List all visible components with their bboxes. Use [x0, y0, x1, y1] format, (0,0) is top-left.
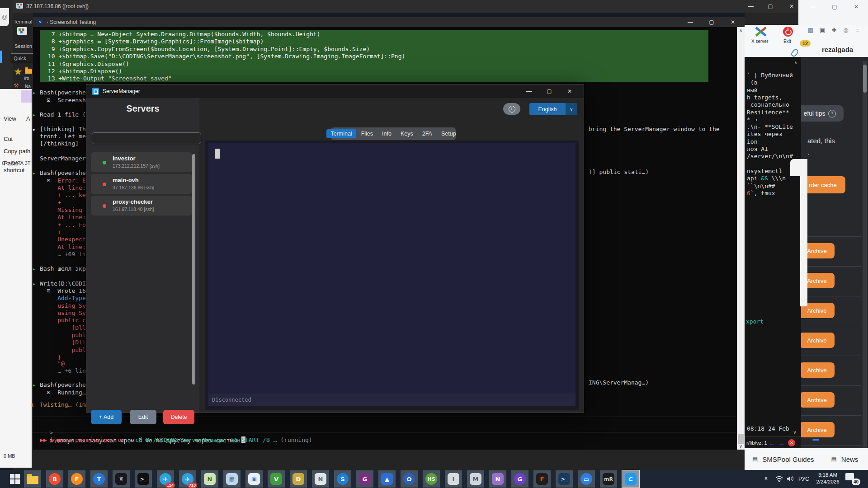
tab-keys[interactable]: Keys — [396, 129, 417, 138]
add-server-button[interactable]: + Add — [91, 410, 122, 424]
shield-icon[interactable]: ◎ — [841, 26, 851, 34]
monitor-stats-icon[interactable]: M — [467, 470, 484, 488]
remote-desktop-icon[interactable]: ▭ — [578, 470, 595, 488]
minimize-icon[interactable]: — — [745, 2, 757, 11]
account-name[interactable]: rezalgada — [822, 46, 853, 53]
tab-view[interactable]: View — [4, 115, 16, 122]
sidebar-scrollbar-thumb[interactable] — [192, 154, 195, 385]
speaker-icon[interactable] — [787, 475, 795, 483]
photos-icon[interactable]: ▲ — [378, 470, 396, 488]
octopus-icon[interactable]: O — [401, 470, 418, 488]
news-link[interactable]: News — [841, 455, 859, 463]
archive-button[interactable]: Archive — [799, 392, 835, 408]
pagination-indicator[interactable] — [812, 439, 819, 441]
language-dropdown[interactable]: English ∨ — [529, 103, 577, 115]
servermanager-icon[interactable]: C — [622, 470, 639, 488]
menu-copy-path[interactable]: Copy path — [4, 148, 30, 155]
db-tools-icon[interactable]: D — [290, 470, 307, 488]
server-item[interactable]: main-ovh37.187.136.86 [ssh] — [91, 174, 192, 194]
tabs-icon[interactable]: ▣ — [817, 26, 827, 34]
scrollbar-thumb[interactable] — [738, 434, 744, 444]
image-viewer-icon[interactable]: I — [445, 470, 462, 488]
restore-icon[interactable]: ▢ — [830, 3, 839, 11]
folder-icon[interactable] — [25, 69, 32, 74]
tab-app[interactable]: A — [26, 115, 30, 122]
console-scrollbar[interactable]: ∧ ∨ — [737, 27, 745, 450]
powershell-icon[interactable]: >_ — [556, 470, 573, 488]
figma-icon[interactable]: F — [533, 470, 551, 488]
hs-icon[interactable]: HS — [423, 470, 440, 488]
taskbar-clock[interactable]: 3:18 AM 2/24/2026 — [812, 472, 844, 485]
brave-icon[interactable]: B — [46, 470, 63, 488]
close-icon[interactable]: ✕ — [727, 18, 739, 27]
close-icon[interactable]: ✕ — [564, 87, 576, 96]
server-item[interactable]: investor173.212.212.157 [ssh] — [91, 152, 192, 172]
archive-button[interactable]: Archive — [799, 422, 835, 437]
info-button[interactable]: i — [503, 103, 520, 115]
game-avatar-icon[interactable]: ♜ — [113, 470, 130, 488]
x-server-icon[interactable] — [754, 26, 768, 37]
telegram-alt-icon[interactable]: ✈713 — [179, 470, 196, 488]
tab-files[interactable]: Files — [357, 129, 377, 138]
browser-scrollbar[interactable] — [863, 61, 867, 447]
chat-scroll-down-icon[interactable]: ∨ — [793, 429, 797, 435]
calculator-icon[interactable]: ▦ — [223, 470, 241, 488]
notes-icon[interactable]: N — [312, 470, 329, 488]
menu-terminal[interactable]: Terminal — [14, 19, 33, 24]
tray-expand-icon[interactable]: ∧ — [764, 475, 768, 488]
forward-arrow-icon[interactable]: → — [778, 439, 785, 447]
grid-icon[interactable]: ▦ — [806, 26, 816, 34]
maximize-icon[interactable]: ▢ — [764, 2, 776, 11]
menu-cut[interactable]: Cut — [4, 136, 13, 142]
firefox-icon[interactable]: F — [68, 470, 85, 488]
tab-2fa[interactable]: 2FA — [418, 129, 436, 138]
notion-icon[interactable]: N — [489, 470, 506, 488]
tab-terminal[interactable]: Terminal — [326, 129, 356, 138]
swirl-icon[interactable]: S — [334, 470, 351, 488]
maximize-icon[interactable]: ▢ — [543, 87, 555, 96]
quick-connect-input[interactable]: Quick — [11, 53, 36, 63]
close-icon[interactable]: ✕ — [786, 2, 797, 11]
scroll-up-icon[interactable]: ∧ — [737, 28, 745, 33]
minimize-icon[interactable]: — — [808, 3, 817, 11]
cmd-icon[interactable]: >_ — [135, 470, 152, 488]
smspool-guides-link[interactable]: SMSPool Guides — [762, 455, 814, 463]
delete-server-button[interactable]: Delete — [163, 410, 194, 424]
notepadpp-icon[interactable]: N — [201, 470, 218, 488]
chat-scroll-up-icon[interactable]: ∧ — [794, 59, 797, 66]
terminal-view[interactable] — [208, 143, 576, 406]
useful-tips-pill[interactable]: eful tips ? — [796, 105, 844, 122]
shield-plus-icon[interactable]: ✚ — [829, 26, 839, 34]
favorites-star-icon[interactable]: ★ — [14, 66, 23, 78]
scroll-down-icon[interactable]: ∨ — [737, 444, 745, 449]
window-app-icon[interactable]: ▣ — [245, 470, 263, 488]
g-doc-icon[interactable]: G — [356, 470, 373, 488]
server-item[interactable]: proxy-checker161.97.118.40 [ssh] — [91, 196, 192, 216]
archive-button[interactable]: Archive — [799, 362, 835, 378]
menu-icon[interactable]: ≡ — [853, 26, 863, 34]
tab-setup[interactable]: Setup — [437, 129, 460, 138]
tab-info[interactable]: Info — [378, 129, 396, 138]
server-search-input[interactable] — [92, 132, 201, 144]
breadcrumb[interactable]: C > DATA 3T — [2, 160, 30, 166]
edit-server-button[interactable]: Edit — [130, 410, 156, 424]
file-explorer-icon[interactable] — [24, 470, 41, 488]
minimize-icon[interactable]: — — [684, 18, 696, 27]
exit-power-icon[interactable] — [783, 27, 793, 37]
github-icon[interactable]: G — [511, 470, 528, 488]
close-icon[interactable]: ✕ — [852, 3, 861, 11]
language-indicator[interactable]: РУС — [798, 476, 809, 488]
mremoteng-icon[interactable]: mR — [600, 470, 617, 488]
thunderbird-icon[interactable]: T — [90, 470, 108, 488]
tools-icon[interactable]: ⚒ — [14, 82, 19, 89]
session-icon[interactable] — [17, 27, 27, 35]
start-button[interactable] — [10, 474, 20, 484]
back-arrow-icon[interactable]: ← — [769, 439, 775, 447]
maximize-icon[interactable]: ▢ — [706, 18, 717, 27]
scrollbar-thumb[interactable] — [863, 65, 867, 93]
minimize-icon[interactable]: — — [523, 87, 535, 96]
wifi-icon[interactable] — [775, 475, 784, 483]
archive-button[interactable]: Archive — [799, 333, 835, 348]
v-green-icon[interactable]: V — [268, 470, 285, 488]
close-circle-icon[interactable]: ✕ — [788, 439, 795, 446]
